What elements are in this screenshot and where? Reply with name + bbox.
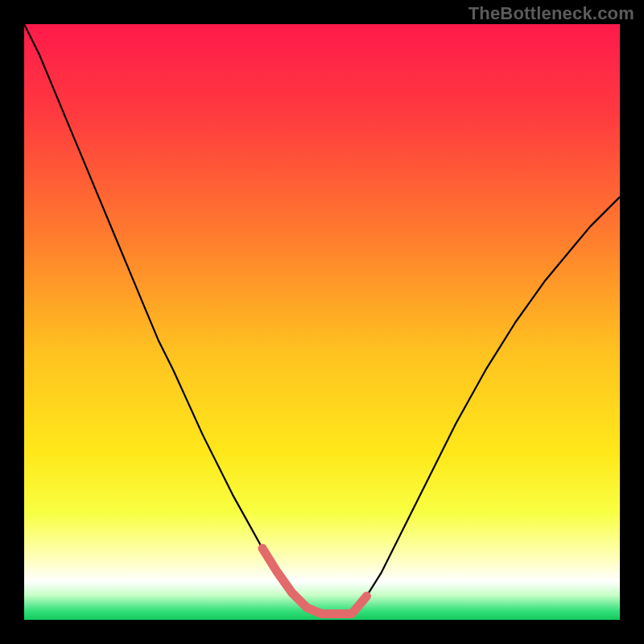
chart-frame: TheBottleneck.com [0, 0, 644, 644]
plot-background [24, 24, 620, 620]
chart-svg [0, 0, 644, 644]
